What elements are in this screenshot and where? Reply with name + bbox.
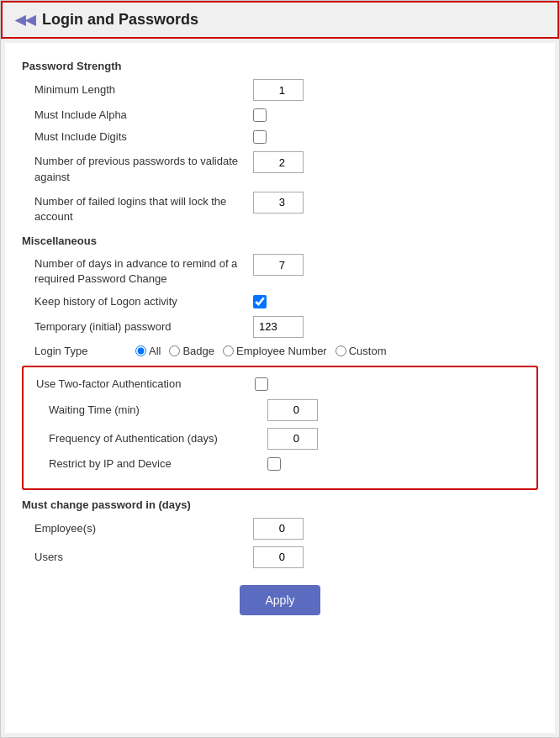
users-label: Users	[34, 550, 253, 565]
two-factor-label: Use Two-factor Authentication	[36, 377, 255, 390]
radio-option-all[interactable]: All	[135, 345, 161, 357]
radio-option-custom[interactable]: Custom	[335, 345, 387, 357]
employees-label: Employee(s)	[34, 521, 253, 536]
apply-section: Apply	[22, 585, 538, 615]
failed-logins-row: Number of failed logins that will lock t…	[22, 192, 538, 224]
employees-row: Employee(s)	[22, 518, 538, 540]
failed-logins-label: Number of failed logins that will lock t…	[34, 192, 253, 224]
minimum-length-row: Minimum Length	[22, 79, 538, 101]
password-strength-heading: Password Strength	[22, 60, 538, 72]
title-bar: ◀◀ Login and Passwords	[1, 1, 559, 39]
radio-badge[interactable]	[169, 345, 180, 356]
radio-option-employee-number[interactable]: Employee Number	[223, 345, 327, 357]
users-input[interactable]	[253, 546, 304, 568]
previous-passwords-row: Number of previous passwords to validate…	[22, 151, 538, 184]
waiting-time-label: Waiting Time (min)	[49, 403, 267, 418]
two-factor-checkbox[interactable]	[255, 377, 268, 391]
must-include-alpha-row: Must Include Alpha	[22, 108, 538, 123]
radio-badge-label: Badge	[182, 345, 214, 357]
back-icon[interactable]: ◀◀	[15, 12, 35, 28]
two-factor-header-row: Use Two-factor Authentication	[36, 377, 524, 391]
previous-passwords-input[interactable]	[253, 151, 304, 173]
page-title: Login and Passwords	[42, 11, 198, 29]
radio-employee-number[interactable]	[223, 345, 234, 356]
keep-logon-history-row: Keep history of Logon activity	[22, 294, 538, 309]
password-change-reminder-row: Number of days in advance to remind of a…	[22, 254, 538, 287]
must-include-alpha-checkbox[interactable]	[253, 108, 267, 122]
radio-custom[interactable]	[335, 345, 346, 356]
password-change-reminder-label: Number of days in advance to remind of a…	[34, 254, 253, 287]
main-content: Password Strength Minimum Length Must In…	[5, 43, 555, 733]
users-row: Users	[22, 546, 538, 568]
must-include-alpha-label: Must Include Alpha	[34, 108, 253, 123]
apply-button[interactable]: Apply	[240, 585, 320, 615]
minimum-length-input[interactable]	[253, 79, 304, 101]
frequency-input[interactable]	[267, 428, 318, 450]
login-type-row: Login Type All Badge Employee Number Cus…	[22, 345, 538, 357]
temp-password-input[interactable]	[253, 316, 304, 338]
login-type-label: Login Type	[34, 345, 135, 357]
frequency-label: Frequency of Authentication (days)	[49, 431, 267, 446]
keep-logon-history-label: Keep history of Logon activity	[34, 294, 253, 309]
temp-password-label: Temporary (initial) password	[34, 319, 253, 335]
minimum-length-label: Minimum Length	[34, 82, 253, 98]
must-include-digits-label: Must Include Digits	[34, 129, 253, 145]
employees-input[interactable]	[253, 518, 304, 540]
main-window: ◀◀ Login and Passwords Password Strength…	[0, 0, 560, 738]
must-include-digits-row: Must Include Digits	[22, 129, 538, 145]
failed-logins-input[interactable]	[253, 192, 304, 213]
login-type-radio-group: All Badge Employee Number Custom	[135, 345, 387, 357]
must-change-password-heading: Must change password in (days)	[22, 498, 538, 511]
radio-option-badge[interactable]: Badge	[169, 345, 214, 357]
frequency-row: Frequency of Authentication (days)	[36, 428, 524, 450]
miscellaneous-heading: Miscellaneous	[22, 235, 538, 247]
waiting-time-input[interactable]	[267, 399, 318, 421]
must-include-digits-checkbox[interactable]	[253, 130, 267, 144]
two-factor-box: Use Two-factor Authentication Waiting Ti…	[22, 366, 538, 490]
previous-passwords-label: Number of previous passwords to validate…	[34, 151, 253, 184]
radio-all-label: All	[149, 345, 161, 357]
radio-employee-number-label: Employee Number	[236, 345, 327, 357]
password-change-reminder-input[interactable]	[253, 254, 304, 276]
radio-custom-label: Custom	[349, 345, 387, 357]
restrict-ip-label: Restrict by IP and Device	[49, 456, 267, 472]
radio-all[interactable]	[135, 345, 146, 356]
temp-password-row: Temporary (initial) password	[22, 316, 538, 338]
restrict-ip-checkbox[interactable]	[267, 457, 281, 471]
waiting-time-row: Waiting Time (min)	[36, 399, 524, 421]
keep-logon-history-checkbox[interactable]	[253, 295, 267, 308]
restrict-ip-row: Restrict by IP and Device	[36, 456, 524, 472]
